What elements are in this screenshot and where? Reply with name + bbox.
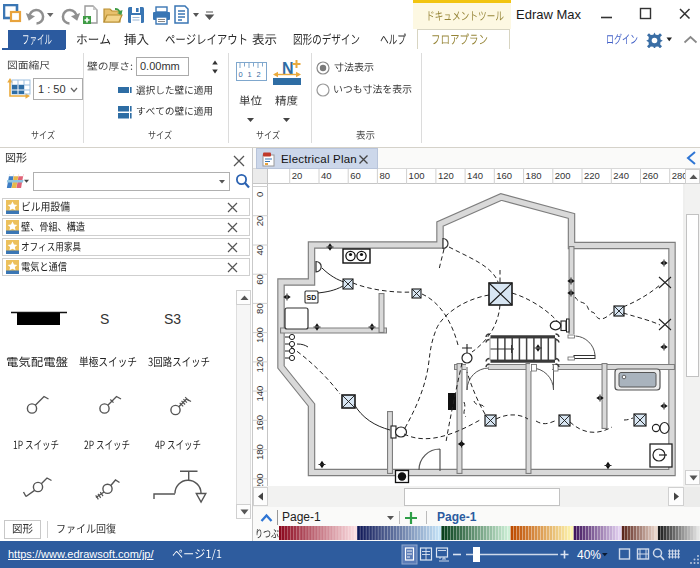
svg-text:140: 140: [254, 386, 265, 402]
svg-text:80: 80: [254, 303, 265, 314]
svg-text:100: 100: [254, 327, 265, 343]
svg-text:SD: SD: [307, 294, 317, 301]
svg-text:180: 180: [254, 444, 265, 460]
svg-text:0: 0: [254, 192, 265, 197]
svg-text:120: 120: [254, 357, 265, 373]
svg-text:40: 40: [254, 245, 265, 256]
svg-text:60: 60: [254, 274, 265, 285]
svg-text:20: 20: [254, 216, 265, 227]
svg-text:40%: 40%: [577, 548, 601, 562]
svg-text:160: 160: [254, 415, 265, 431]
